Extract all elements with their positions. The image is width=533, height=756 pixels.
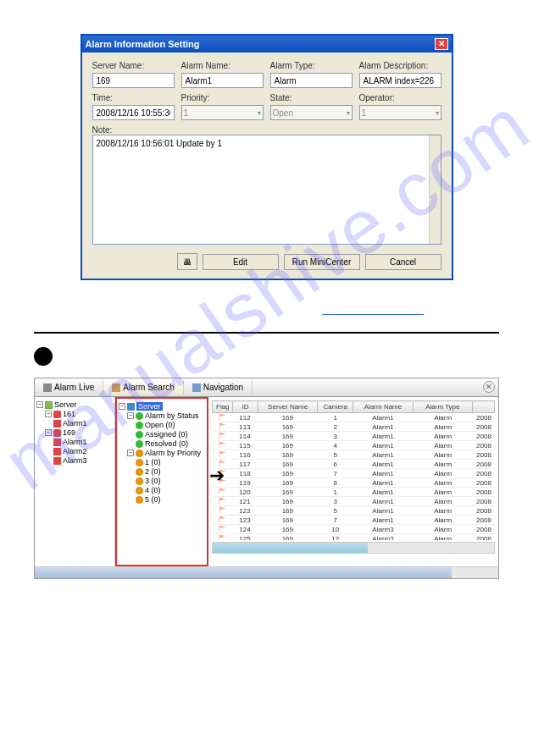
- collapse-icon[interactable]: −: [45, 411, 52, 417]
- camera-icon: [53, 411, 61, 418]
- col-flag[interactable]: Flag: [213, 401, 233, 413]
- priority-select[interactable]: 1▾: [181, 105, 264, 120]
- server-icon: [45, 401, 53, 409]
- print-icon[interactable]: 🖶: [177, 253, 197, 270]
- tree-group-status[interactable]: −Alarm by Status: [119, 411, 205, 421]
- panel-scrollbar-horizontal[interactable]: [35, 566, 498, 578]
- table-row[interactable]: 12416910 Alarm3Alarm2008: [212, 525, 495, 534]
- chevron-down-icon: ▾: [258, 109, 261, 117]
- tab-navigation[interactable]: Navigation: [184, 380, 253, 395]
- tree-status-resolved[interactable]: Resolved (0): [119, 439, 205, 449]
- tree-alarm-item[interactable]: Alarm2: [36, 447, 113, 456]
- edit-button[interactable]: Edit: [203, 254, 279, 270]
- tree-alarm-item[interactable]: Alarm1: [36, 419, 113, 428]
- server-label: Server Name:: [92, 61, 175, 70]
- table-row[interactable]: 1191698 Alarm1Alarm2008: [212, 478, 495, 488]
- time-label: Time:: [92, 93, 175, 102]
- scrollbar-horizontal[interactable]: [212, 542, 495, 554]
- scroll-thumb[interactable]: [35, 567, 452, 578]
- collapse-icon[interactable]: −: [119, 403, 125, 410]
- collapse-icon[interactable]: −: [127, 412, 134, 419]
- alarm-input[interactable]: [181, 73, 264, 88]
- collapse-icon[interactable]: −: [127, 450, 134, 456]
- alarm-grid-wrap: Flag ID Server Name Camera Alarm Name Al…: [208, 397, 498, 566]
- tree-server-161[interactable]: −161: [36, 410, 113, 419]
- table-row[interactable]: 1171696 Alarm1Alarm2008: [212, 460, 495, 469]
- close-icon[interactable]: ✕: [435, 38, 448, 50]
- alarm-icon: [53, 439, 61, 446]
- col-alarm[interactable]: Alarm Name: [353, 401, 413, 413]
- nav-icon: [192, 384, 201, 392]
- state-label: State:: [270, 93, 353, 102]
- table-row[interactable]: 1151694 Alarm1Alarm2008: [212, 441, 495, 450]
- flag-icon: [219, 450, 225, 457]
- table-row[interactable]: 1131692 Alarm1Alarm2008: [212, 422, 495, 432]
- flag-icon: [219, 525, 225, 532]
- flag-icon: [219, 413, 225, 420]
- tree-group-priority[interactable]: −Alarm by Priority: [119, 449, 205, 458]
- table-row[interactable]: 1211693 Alarm1Alarm2008: [212, 497, 495, 506]
- table-row[interactable]: 12516912 Alarm3Alarm2008: [212, 534, 495, 540]
- table-row[interactable]: 1221695 Alarm1Alarm2008: [212, 506, 495, 516]
- alarm-icon: [53, 420, 61, 428]
- tree-status-open[interactable]: Open (0): [119, 421, 205, 430]
- col-type[interactable]: Alarm Type: [413, 401, 472, 413]
- cancel-button[interactable]: Cancel: [365, 254, 441, 270]
- tree-alarm-item[interactable]: Alarm3: [36, 456, 113, 466]
- table-row[interactable]: 1231697 Alarm1Alarm2008: [212, 516, 495, 525]
- alarm-label: Alarm Name:: [181, 61, 264, 70]
- desc-label: Alarm Description:: [359, 61, 441, 70]
- tab-close-icon[interactable]: ✕: [483, 381, 495, 393]
- col-server[interactable]: Server Name: [258, 401, 318, 413]
- scroll-thumb[interactable]: [213, 543, 368, 553]
- type-input[interactable]: [270, 73, 353, 88]
- bullet-icon: [34, 347, 53, 366]
- tree-priority-1[interactable]: 1 (0): [119, 458, 205, 467]
- desc-input[interactable]: [359, 73, 441, 88]
- tree-alarm-item[interactable]: Alarm1: [36, 438, 113, 447]
- tree-priority-2[interactable]: 2 (0): [119, 467, 205, 477]
- note-textarea[interactable]: 2008/12/16 10:56:01 Update by 1: [92, 135, 441, 245]
- status-icon: [136, 422, 143, 429]
- state-select[interactable]: Open▾: [270, 105, 353, 120]
- priority-icon: [136, 459, 143, 466]
- table-row[interactable]: 1121691 Alarm1Alarm2008: [212, 413, 495, 422]
- flag-icon: [219, 534, 225, 540]
- camera-icon: [53, 429, 61, 437]
- tree-status-assigned[interactable]: Assigned (0): [119, 430, 205, 439]
- priority-icon: [136, 487, 143, 494]
- table-row[interactable]: 1181697 Alarm1Alarm2008: [212, 469, 495, 478]
- collapse-icon[interactable]: −: [45, 429, 52, 436]
- scrollbar-vertical[interactable]: [429, 135, 441, 244]
- tree-server-169[interactable]: −169: [36, 428, 113, 438]
- tree-priority-5[interactable]: 5 (0): [119, 495, 205, 505]
- tree-root-server[interactable]: −Server: [119, 402, 205, 411]
- collapse-icon[interactable]: −: [36, 401, 43, 408]
- tab-alarm-search[interactable]: Alarm Search: [103, 380, 184, 395]
- alarm-icon: [53, 448, 61, 455]
- chevron-down-icon: ▾: [436, 109, 439, 117]
- priority-label: Priority:: [181, 93, 264, 102]
- tree-priority-3[interactable]: 3 (0): [119, 477, 205, 486]
- dialog-title: Alarm Information Setting: [86, 39, 200, 49]
- operator-label: Operator:: [359, 93, 441, 102]
- dialog-titlebar: Alarm Information Setting ✕: [82, 36, 452, 52]
- flag-icon: [219, 432, 225, 439]
- type-label: Alarm Type:: [270, 61, 353, 70]
- alarm-grid: Flag ID Server Name Camera Alarm Name Al…: [212, 400, 495, 540]
- tab-alarm-live[interactable]: Alarm Live: [35, 380, 103, 395]
- status-icon: [136, 412, 143, 420]
- camera-icon: [43, 384, 52, 392]
- operator-select[interactable]: 1▾: [359, 105, 441, 120]
- col-year[interactable]: [473, 401, 495, 413]
- table-row[interactable]: 1141693 Alarm1Alarm2008: [212, 432, 495, 441]
- time-input[interactable]: [92, 105, 175, 120]
- run-minicenter-button[interactable]: Run MiniCenter: [284, 254, 360, 270]
- table-row[interactable]: 1201691 Alarm1Alarm2008: [212, 488, 495, 497]
- tree-priority-4[interactable]: 4 (0): [119, 486, 205, 495]
- col-id[interactable]: ID: [233, 401, 258, 413]
- col-camera[interactable]: Camera: [318, 401, 353, 413]
- tree-root-server[interactable]: −Server: [36, 400, 113, 410]
- server-input[interactable]: [92, 73, 175, 88]
- table-row[interactable]: 1161695 Alarm1Alarm2008: [212, 450, 495, 460]
